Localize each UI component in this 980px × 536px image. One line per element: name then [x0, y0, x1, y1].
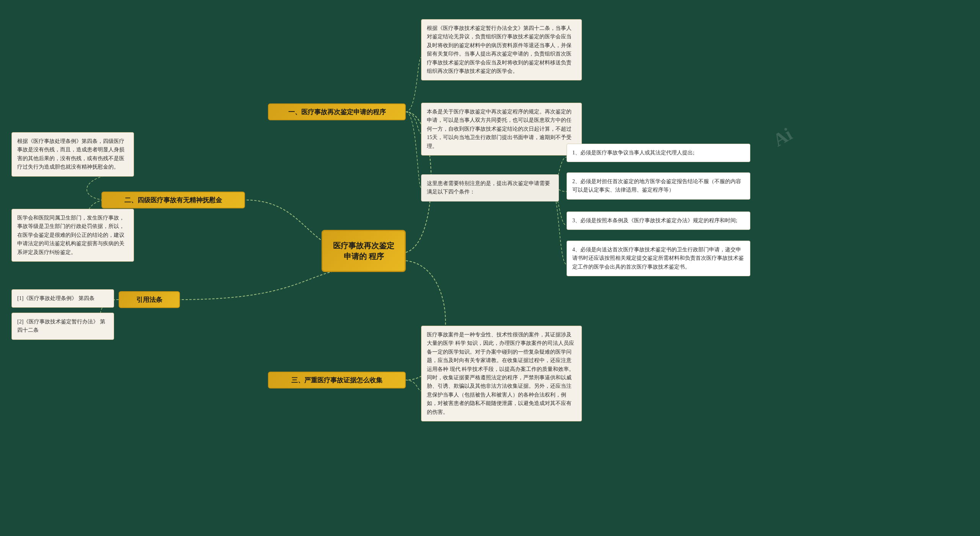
condition-3-text: 3、必须是按照本条例及《医疗事故技术鉴定办法》规定的程序和时间;: [572, 218, 737, 223]
branch-3-label: 三、严重医疗事故证据怎么收集: [291, 376, 382, 385]
condition-box-2: 2、必须是对担任首次鉴定的地方医学会鉴定报告结论不服（不服的内容可以是认定事实、…: [567, 172, 750, 200]
condition-box-4: 4、必须是向送达首次医疗事故技术鉴定书的卫生行政部门申请，递交申请书时还应该按照…: [567, 241, 750, 276]
conditions-intro-text: 这里患者需要特别注意的是，提出再次鉴定申请需要满足以下四个条件：: [427, 180, 550, 195]
content-box-2a: 根据《医疗事故处理条例》第四条，四级医疗事故是没有伤残，而且，造成患者明显人身损…: [11, 132, 134, 177]
content-box-2b: 医学会和医院同属卫生部门，发生医疗事故，事故等级是卫生部门的行政处罚依据，所以，…: [11, 209, 134, 262]
mind-map-container: 医疗事故再次鉴定申请的 程序 一、医疗事故再次鉴定申请的程序 根据《医疗事故技术…: [0, 0, 980, 536]
branch-2-label: 二、四级医疗事故有无精神抚慰金: [124, 196, 222, 205]
watermark: Ai: [769, 123, 795, 151]
content-box-3a: 医疗事故案件是一种专业性、技术性很强的案件，其证据涉及大量的医学 科学 知识，因…: [421, 326, 582, 421]
branch-node-1: 一、医疗事故再次鉴定申请的程序: [268, 103, 406, 120]
condition-box-1: 1、必须是医疗事故争议当事人或其法定代理人提出;: [567, 144, 750, 162]
cite-box-2: [2]《医疗事故技术鉴定暂行办法》 第四十二条: [11, 313, 114, 340]
content-text-2a: 根据《医疗事故处理条例》第四条，四级医疗事故是没有伤残，而且，造成患者明显人身损…: [17, 138, 124, 170]
content-box-1b: 本条是关于医疗事故鉴定中再次鉴定程序的规定。再次鉴定的申请，可以是当事人双方共同…: [421, 103, 582, 156]
central-node-label: 医疗事故再次鉴定申请的 程序: [332, 240, 395, 262]
content-text-3a: 医疗事故案件是一种专业性、技术性很强的案件，其证据涉及大量的医学 科学 知识，因…: [427, 332, 574, 415]
condition-4-text: 4、必须是向送达首次医疗事故技术鉴定书的卫生行政部门申请，递交申请书时还应该按照…: [572, 247, 744, 270]
cite-1-text: [1]《医疗事故处理条例》 第四条: [17, 295, 95, 301]
content-text-1b: 本条是关于医疗事故鉴定中再次鉴定程序的规定。再次鉴定的申请，可以是当事人双方共同…: [427, 109, 572, 149]
cite-box-1: [1]《医疗事故处理条例》 第四条: [11, 289, 114, 308]
condition-1-text: 1、必须是医疗事故争议当事人或其法定代理人提出;: [572, 150, 694, 156]
cite-branch-node: 引用法条: [119, 291, 180, 308]
cite-label: 引用法条: [136, 295, 162, 304]
branch-node-3: 三、严重医疗事故证据怎么收集: [268, 372, 406, 388]
conditions-intro-box: 这里患者需要特别注意的是，提出再次鉴定申请需要满足以下四个条件：: [421, 174, 559, 202]
content-text-1a: 根据《医疗事故技术鉴定暂行办法全文》第四十二条，当事人对鉴定结论无异议，负责组织…: [427, 25, 572, 74]
branch-1-label: 一、医疗事故再次鉴定申请的程序: [288, 108, 386, 116]
branch-node-2: 二、四级医疗事故有无精神抚慰金: [101, 192, 245, 208]
central-node: 医疗事故再次鉴定申请的 程序: [322, 230, 406, 272]
content-text-2b: 医学会和医院同属卫生部门，发生医疗事故，事故等级是卫生部门的行政处罚依据，所以，…: [17, 215, 124, 255]
condition-box-3: 3、必须是按照本条例及《医疗事故技术鉴定办法》规定的程序和时间;: [567, 211, 750, 230]
condition-2-text: 2、必须是对担任首次鉴定的地方医学会鉴定报告结论不服（不服的内容可以是认定事实、…: [572, 179, 741, 193]
content-box-1a: 根据《医疗事故技术鉴定暂行办法全文》第四十二条，当事人对鉴定结论无异议，负责组织…: [421, 19, 582, 80]
cite-2-text: [2]《医疗事故技术鉴定暂行办法》 第四十二条: [17, 319, 105, 333]
